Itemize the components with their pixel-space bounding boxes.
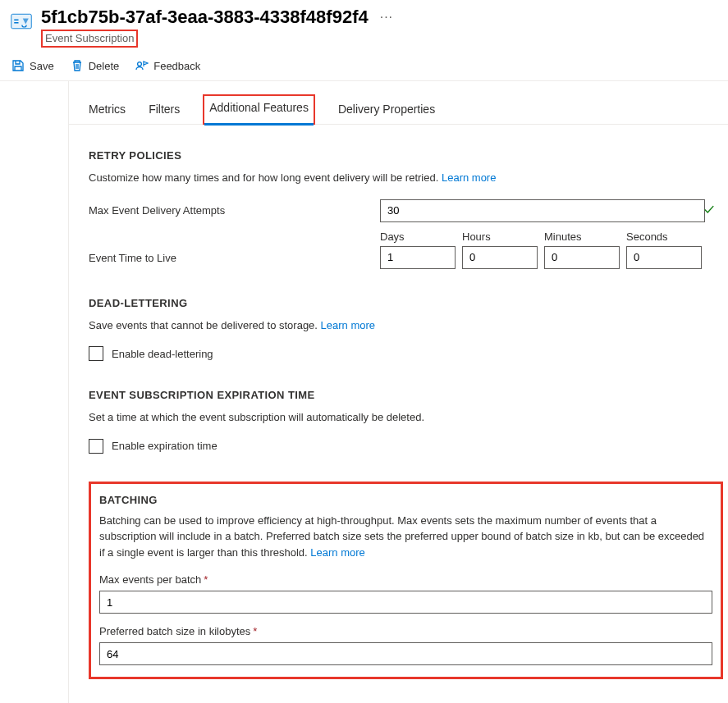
- expire-desc: Set a time at which the event subscripti…: [89, 409, 721, 426]
- batch-desc: Batching can be used to improve efficien…: [99, 513, 712, 561]
- svg-point-1: [138, 62, 142, 66]
- tab-additional-features[interactable]: Additional Features: [203, 94, 315, 125]
- save-icon: [11, 59, 25, 72]
- tab-bar: Metrics Filters Additional Features Deli…: [69, 94, 728, 125]
- ttl-minutes-caption: Minutes: [544, 231, 620, 243]
- event-subscription-icon: [10, 10, 33, 33]
- trash-icon: [71, 59, 84, 72]
- max-attempts-label: Max Event Delivery Attempts: [89, 204, 380, 217]
- enable-expiration-checkbox[interactable]: [89, 439, 103, 454]
- ttl-hours-caption: Hours: [462, 231, 538, 243]
- left-rail: [0, 81, 69, 703]
- enable-dead-lettering-checkbox[interactable]: [89, 346, 103, 361]
- pref-batch-size-label: Preferred batch size in kilobytes*: [99, 625, 712, 637]
- command-bar: Save Delete Feedback: [0, 48, 728, 81]
- retry-learn-more-link[interactable]: Learn more: [442, 171, 496, 184]
- ttl-days-caption: Days: [380, 231, 456, 243]
- enable-expiration-label: Enable expiration time: [112, 440, 217, 452]
- section-retry-policies: RETRY POLICIES Customize how many times …: [89, 149, 728, 269]
- svg-rect-0: [11, 14, 32, 29]
- feedback-icon: [135, 59, 149, 72]
- section-dead-lettering: DEAD-LETTERING Save events that cannot b…: [89, 297, 728, 362]
- save-button[interactable]: Save: [11, 59, 54, 72]
- retry-desc: Customize how many times and for how lon…: [89, 170, 721, 186]
- page-title: 5f1cb75b-37af-3eaa-3883-4338f48f92f4: [41, 7, 369, 28]
- ttl-minutes-input[interactable]: [544, 246, 620, 269]
- max-events-input[interactable]: [99, 591, 712, 614]
- tab-filters[interactable]: Filters: [149, 94, 180, 124]
- batch-learn-more-link[interactable]: Learn more: [310, 546, 364, 559]
- max-events-label: Max events per batch*: [99, 573, 712, 586]
- tab-metrics[interactable]: Metrics: [89, 94, 126, 124]
- dead-desc: Save events that cannot be delivered to …: [89, 317, 721, 334]
- section-batching: BATCHING Batching can be used to improve…: [89, 482, 723, 680]
- dead-learn-more-link[interactable]: Learn more: [321, 319, 375, 331]
- expire-title: EVENT SUBSCRIPTION EXPIRATION TIME: [89, 389, 721, 401]
- max-attempts-input[interactable]: [380, 199, 705, 222]
- section-expiration: EVENT SUBSCRIPTION EXPIRATION TIME Set a…: [89, 389, 728, 454]
- retry-title: RETRY POLICIES: [89, 149, 721, 162]
- tab-delivery-properties[interactable]: Delivery Properties: [338, 94, 435, 124]
- ttl-label: Event Time to Live: [89, 252, 380, 269]
- ttl-days-input[interactable]: [380, 246, 456, 269]
- enable-dead-lettering-label: Enable dead-lettering: [112, 348, 213, 360]
- dead-title: DEAD-LETTERING: [89, 297, 721, 309]
- ttl-seconds-caption: Seconds: [626, 231, 702, 243]
- ttl-seconds-input[interactable]: [626, 246, 702, 269]
- delete-button[interactable]: Delete: [71, 59, 120, 72]
- ttl-hours-input[interactable]: [462, 246, 538, 269]
- pref-batch-size-input[interactable]: [99, 642, 712, 665]
- check-icon: [703, 203, 715, 217]
- feedback-button[interactable]: Feedback: [135, 59, 200, 72]
- resource-type-label: Event Subscription: [41, 30, 138, 48]
- more-actions-button[interactable]: ···: [380, 10, 393, 25]
- batch-title: BATCHING: [99, 494, 712, 506]
